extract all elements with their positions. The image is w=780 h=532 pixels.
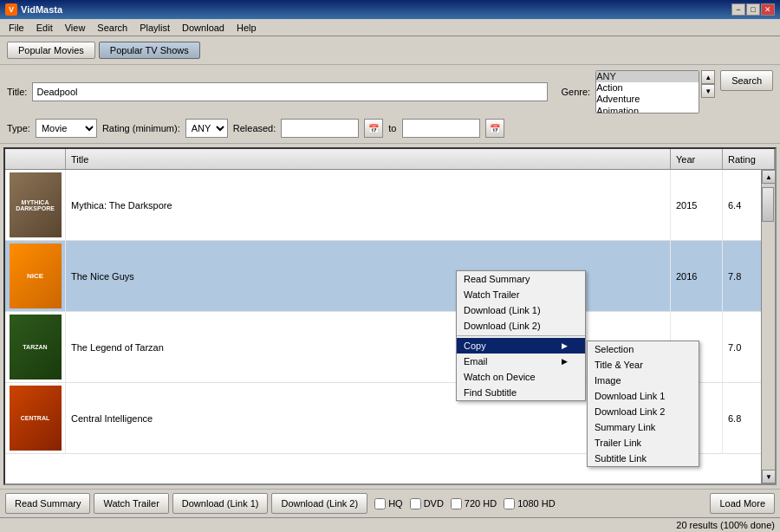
bottom-bar: Read Summary Watch Trailer Download (Lin… [0,489,780,517]
type-select[interactable]: Movie TV Show [36,119,97,138]
col-rating: Rating [723,149,775,169]
sub-image[interactable]: Image [588,373,699,388]
thumb-cell: MYTHICADARKSPORE [5,170,66,240]
released-from-input[interactable] [281,119,359,138]
sub-title-year[interactable]: Title & Year [588,357,699,373]
col-thumb [5,149,66,169]
read-summary-button[interactable]: Read Summary [5,493,90,514]
title-input[interactable] [32,82,547,101]
table-scrollbar[interactable]: ▲ ▼ [761,170,775,483]
context-menu: Read Summary Watch Trailer Download (Lin… [456,270,586,401]
thumb-cell: NICE [5,241,66,311]
sub-summary-link[interactable]: Summary Link [588,419,699,435]
movie-thumbnail: MYTHICADARKSPORE [10,172,62,237]
calendar-to-button[interactable]: 📅 [485,119,504,138]
title-bar: V VidMasta − □ ✕ [0,0,780,19]
year-cell: 2016 [671,241,723,311]
menu-download[interactable]: Download [177,21,230,35]
search-section: Title: Genre: ANY Action Adventure Anima… [0,65,780,144]
thumb-cell: CENTRAL [5,383,66,453]
rating-label: Rating (minimum): [102,123,180,133]
toolbar: Popular Movies Popular TV Shows [0,36,780,65]
hd720-label: 720 HD [465,498,497,509]
calendar-from-button[interactable]: 📅 [364,119,383,138]
title-bar-left: V VidMasta [5,3,62,16]
type-label: Type: [7,123,30,133]
menu-edit[interactable]: Edit [31,21,58,35]
hd1080-label: 1080 HD [517,498,555,509]
dvd-checkbox[interactable] [410,498,421,509]
hq-checkbox-group: HQ [374,498,403,509]
sub-trailer-link[interactable]: Trailer Link [588,435,699,451]
ctx-separator [457,335,585,336]
table-row[interactable]: NICE The Nice Guys 2016 7.8 [5,241,775,312]
popular-tv-shows-button[interactable]: Popular TV Shows [99,42,200,59]
hq-checkbox[interactable] [374,498,386,509]
genre-scroll-up[interactable]: ▲ [701,70,715,84]
minimize-button[interactable]: − [731,3,745,16]
load-more-button[interactable]: Load More [710,493,775,514]
dvd-label: DVD [424,498,444,509]
scroll-up-button[interactable]: ▲ [762,170,776,184]
ctx-copy[interactable]: Copy ▶ [457,338,585,354]
released-to-input[interactable] [402,119,480,138]
scroll-down-button[interactable]: ▼ [762,470,776,483]
genre-label: Genre: [562,87,591,97]
menu-file[interactable]: File [3,21,29,35]
watch-trailer-button[interactable]: Watch Trailer [94,493,168,514]
sub-download-link1[interactable]: Download Link 1 [588,388,699,404]
ctx-email[interactable]: Email ▶ [457,354,585,369]
app-icon: V [5,3,17,16]
rating-select[interactable]: ANY 5 6 7 8 [185,119,228,138]
title-label: Title: [7,87,27,97]
genre-listbox[interactable]: ANY Action Adventure Animation [595,70,699,114]
maximize-button[interactable]: □ [746,3,760,16]
copy-submenu: Selection Title & Year Image Download Li… [587,341,699,467]
ctx-find-subtitle[interactable]: Find Subtitle [457,385,585,400]
ctx-read-summary[interactable]: Read Summary [457,271,585,287]
menu-playlist[interactable]: Playlist [134,21,175,35]
movie-thumbnail: CENTRAL [10,386,62,451]
main-content: Popular Movies Popular TV Shows Title: G… [0,36,780,532]
hq-label: HQ [388,498,403,509]
title-cell: Mythica: The Darkspore [66,170,671,240]
results-wrapper: Title Year Rating MYTHICADARKSPORE Mythi… [0,144,780,489]
scroll-thumb[interactable] [762,187,774,222]
released-label: Released: [233,123,276,133]
genre-scroll-down[interactable]: ▼ [701,84,715,98]
status-text: 20 results (100% done) [676,520,775,530]
scroll-track[interactable] [762,184,775,470]
ctx-download-link2[interactable]: Download (Link 2) [457,318,585,334]
table-row[interactable]: MYTHICADARKSPORE Mythica: The Darkspore … [5,170,775,241]
hd720-checkbox-group: 720 HD [451,498,497,509]
search-button[interactable]: Search [720,70,773,91]
menu-view[interactable]: View [60,21,91,35]
hd1080-checkbox[interactable] [504,498,515,509]
submenu-arrow: ▶ [562,357,568,366]
sub-subtitle-link[interactable]: Subtitle Link [588,451,699,466]
app-title: VidMasta [21,4,62,15]
sub-selection[interactable]: Selection [588,341,699,357]
ctx-download-link1[interactable]: Download (Link 1) [457,302,585,318]
hd720-checkbox[interactable] [451,498,462,509]
close-button[interactable]: ✕ [761,3,775,16]
to-label: to [388,123,396,133]
download-link2-button[interactable]: Download (Link 2) [271,493,367,514]
movie-thumbnail: TARZAN [10,315,62,380]
menu-bar: File Edit View Search Playlist Download … [0,19,780,36]
col-title: Title [66,149,671,169]
ctx-watch-on-device[interactable]: Watch on Device [457,369,585,385]
menu-help[interactable]: Help [231,21,262,35]
sub-download-link2[interactable]: Download Link 2 [588,404,699,419]
movie-thumbnail: NICE [10,243,62,308]
menu-search[interactable]: Search [92,21,133,35]
search-row-2: Type: Movie TV Show Rating (minimum): AN… [7,119,773,138]
search-row-1: Title: Genre: ANY Action Adventure Anima… [7,70,773,114]
year-cell: 2015 [671,170,723,240]
ctx-watch-trailer[interactable]: Watch Trailer [457,287,585,302]
download-link1-button[interactable]: Download (Link 1) [172,493,269,514]
hd1080-checkbox-group: 1080 HD [504,498,555,509]
popular-movies-button[interactable]: Popular Movies [7,42,95,59]
col-year: Year [671,149,723,169]
results-table: Title Year Rating MYTHICADARKSPORE Mythi… [3,147,777,485]
